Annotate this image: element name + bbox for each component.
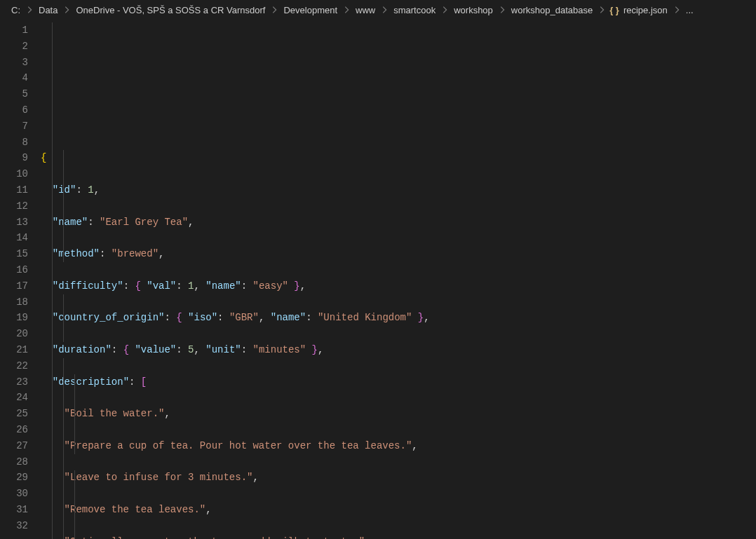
- line-number: 28: [0, 454, 28, 470]
- code-line[interactable]: "Remove the tea leaves.",: [41, 502, 756, 518]
- breadcrumb-more[interactable]: ...: [684, 5, 695, 15]
- line-number: 30: [0, 486, 28, 502]
- json-file-icon: { }: [609, 5, 622, 15]
- chevron-right-icon: [669, 5, 684, 15]
- chevron-right-icon: [594, 5, 609, 15]
- line-number: 24: [0, 390, 28, 406]
- line-number: 25: [0, 406, 28, 422]
- line-number: 11: [0, 182, 28, 198]
- chevron-right-icon: [339, 5, 354, 15]
- chevron-right-icon: [59, 5, 74, 15]
- line-number: 5: [0, 86, 28, 102]
- line-number: 18: [0, 294, 28, 311]
- breadcrumb-file[interactable]: recipe.json: [622, 5, 669, 15]
- breadcrumb-item[interactable]: workshop_database: [510, 5, 594, 15]
- breadcrumb-item[interactable]: workshop: [452, 5, 494, 15]
- line-number: 32: [0, 518, 28, 534]
- line-number: 10: [0, 166, 28, 182]
- code-line[interactable]: "country_of_origin": { "iso": "GBR", "na…: [41, 310, 756, 326]
- chevron-right-icon: [377, 5, 392, 15]
- code-line[interactable]: {: [41, 150, 756, 166]
- line-number: 14: [0, 230, 28, 246]
- line-number: 16: [0, 262, 28, 278]
- line-number: 12: [0, 198, 28, 214]
- line-number: 20: [0, 326, 28, 342]
- line-number: 9: [0, 150, 28, 166]
- line-number: 8: [0, 135, 28, 151]
- line-number: 26: [0, 422, 28, 438]
- line-number: 3: [0, 55, 28, 71]
- line-number: 4: [0, 70, 28, 86]
- code-line[interactable]: "Leave to infuse for 3 minutes.",: [41, 470, 756, 486]
- code-line[interactable]: "description": [: [41, 374, 756, 390]
- line-number: 27: [0, 438, 28, 454]
- breadcrumb-item[interactable]: C:: [10, 5, 22, 15]
- line-number: 1: [0, 22, 28, 39]
- breadcrumb-item[interactable]: Development: [282, 5, 339, 15]
- chevron-right-icon: [22, 5, 37, 15]
- code-line[interactable]: "Boil the water.",: [41, 406, 756, 422]
- line-number-gutter: 1 2 3 4 5 6 7 8 9 10 11 12 13 14 15 16 1…: [0, 20, 41, 539]
- breadcrumb-item[interactable]: www: [354, 5, 377, 15]
- line-number: 19: [0, 310, 28, 326]
- code-line[interactable]: "difficulty": { "val": 1, "name": "easy"…: [41, 278, 756, 294]
- code-line[interactable]: "method": "brewed",: [41, 246, 756, 262]
- chevron-right-icon: [437, 5, 452, 15]
- line-number: 15: [0, 246, 28, 262]
- chevron-right-icon: [266, 5, 282, 15]
- code-editor[interactable]: 1 2 3 4 5 6 7 8 9 10 11 12 13 14 15 16 1…: [0, 20, 756, 539]
- code-line[interactable]: "name": "Earl Grey Tea",: [41, 214, 756, 231]
- line-number: 22: [0, 358, 28, 374]
- code-line[interactable]: "duration": { "value": 5, "unit": "minut…: [41, 342, 756, 358]
- line-number: 31: [0, 502, 28, 518]
- code-line[interactable]: "id": 1,: [41, 182, 756, 198]
- line-number: 29: [0, 470, 28, 486]
- chevron-right-icon: [494, 5, 510, 15]
- line-number: 17: [0, 278, 28, 294]
- line-number: 23: [0, 374, 28, 390]
- breadcrumb-item[interactable]: OneDrive - VOŠ, SPŠ a SOŠS a CR Varnsdor…: [74, 5, 266, 15]
- breadcrumb-item[interactable]: Data: [37, 5, 59, 15]
- breadcrumb: C: Data OneDrive - VOŠ, SPŠ a SOŠS a CR …: [0, 0, 756, 20]
- line-number: 2: [0, 39, 28, 55]
- line-number: 21: [0, 342, 28, 358]
- code-line[interactable]: "Prepare a cup of tea. Pour hot water ov…: [41, 438, 756, 454]
- code-content[interactable]: { "id": 1, "name": "Earl Grey Tea", "met…: [41, 20, 756, 539]
- line-number: 6: [0, 102, 28, 118]
- code-line[interactable]: "Optionally, sweeten the tea or add milk…: [41, 534, 756, 540]
- line-number: 13: [0, 214, 28, 231]
- line-number: 7: [0, 118, 28, 135]
- breadcrumb-item[interactable]: smartcook: [392, 5, 437, 15]
